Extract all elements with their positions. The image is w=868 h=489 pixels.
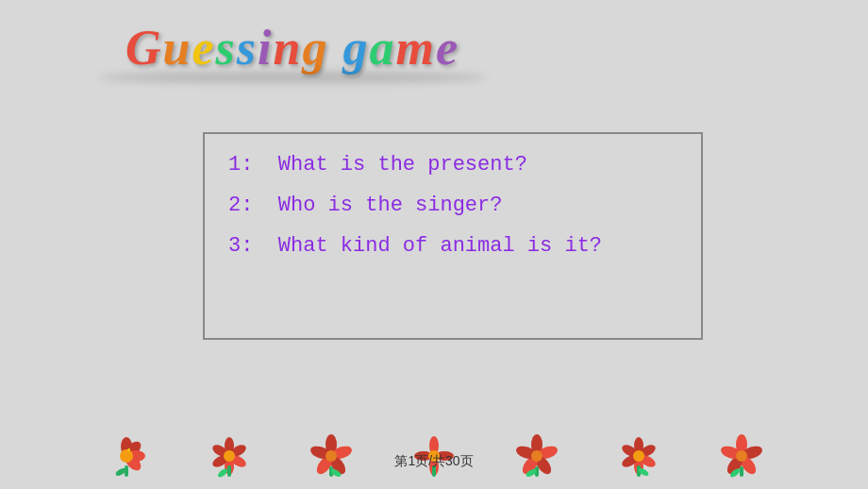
svg-point-53	[736, 450, 747, 462]
flower-2	[206, 432, 253, 480]
svg-point-14	[224, 450, 235, 462]
page-number: 第1页/共30页	[394, 453, 473, 470]
svg-rect-54	[740, 466, 743, 477]
flower-6	[615, 432, 662, 480]
question-2: 2: Who is the singer?	[228, 194, 677, 217]
svg-point-36	[531, 450, 542, 462]
svg-point-45	[633, 450, 644, 462]
question-3: 3: What kind of animal is it?	[228, 234, 677, 258]
flower-1	[103, 432, 150, 480]
title-text: Guessing game	[125, 20, 459, 76]
svg-rect-15	[227, 465, 231, 477]
title-shadow	[99, 72, 486, 83]
flower-3	[308, 432, 355, 480]
flower-5	[513, 432, 560, 480]
question-1: 1: What is the present?	[228, 153, 677, 177]
title-area: Guessing game	[94, 9, 491, 85]
content-box: 1: What is the present? 2: Who is the si…	[203, 132, 703, 340]
svg-point-4	[120, 449, 133, 463]
svg-point-22	[326, 450, 337, 462]
flower-7	[718, 432, 765, 480]
